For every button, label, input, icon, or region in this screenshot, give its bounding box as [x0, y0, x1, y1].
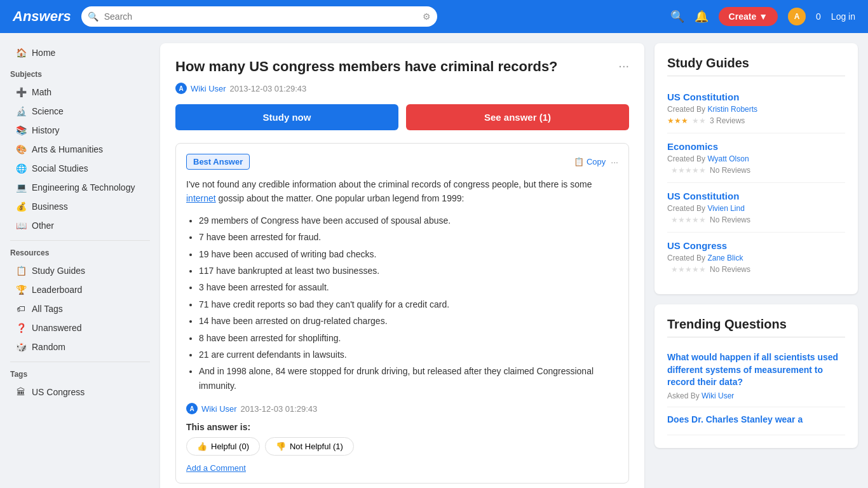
list-item: 21 are current defendants in lawsuits. [199, 348, 618, 362]
guide-creator: Created By Kristin Roberts [667, 105, 845, 114]
header-actions: 🔍 🔔 Create ▼ A 0 Log in [670, 7, 855, 26]
sidebar-item-social[interactable]: 🌐 Social Studies [10, 159, 150, 178]
list-item: 71 have credit reports so bad they can't… [199, 297, 618, 311]
sidebar-item-other[interactable]: 📖 Other [10, 216, 150, 235]
answers-avatar: A [175, 83, 187, 94]
main-layout: 🏠 Home Subjects ➕ Math 🔬 Science 📚 Histo… [0, 33, 868, 488]
add-comment-link[interactable]: Add a Comment [186, 463, 246, 473]
sidebar-item-engineering[interactable]: 💻 Engineering & Technology [10, 178, 150, 197]
us-congress-icon: 🏛 [15, 386, 27, 398]
more-options-icon[interactable]: ··· [618, 58, 629, 73]
sidebar-item-all-tags[interactable]: 🏷 All Tags [10, 299, 150, 318]
guide-title[interactable]: US Congress [667, 240, 845, 251]
tags-label: Tags [10, 370, 150, 379]
search-icon: 🔍 [88, 11, 98, 22]
trending-item: Does Dr. Charles Stanley wear a [667, 407, 845, 436]
trending-list: What would happen if all scientists used… [667, 345, 845, 435]
social-icon: 🌐 [15, 163, 27, 174]
math-icon: ➕ [15, 86, 27, 98]
thumbs-up-icon: 👍 [197, 442, 207, 451]
sidebar-item-us-congress[interactable]: 🏛 US Congress [10, 383, 150, 402]
sidebar-item-unanswered[interactable]: ❓ Unanswered [10, 318, 150, 337]
sidebar-divider [10, 240, 150, 241]
trending-card: Trending Questions What would happen if … [654, 304, 858, 448]
all-tags-icon: 🏷 [15, 303, 27, 315]
guide-item: US Constitution Created By Vivien Lind ★… [667, 183, 845, 233]
answer-header: Best Answer 📋 Copy ··· [186, 154, 618, 170]
list-item: 29 members of Congress have been accused… [199, 214, 618, 227]
list-item: 3 have been arrested for assault. [199, 280, 618, 294]
guide-rating: ★★★★★ No Reviews [667, 215, 845, 224]
action-buttons: Study now See answer (1) [175, 104, 629, 130]
sidebar-item-history[interactable]: 📚 History [10, 121, 150, 140]
unanswered-icon: ❓ [15, 322, 27, 334]
reviews-count: No Reviews [710, 215, 750, 224]
guide-author[interactable]: Wyatt Olson [707, 154, 749, 163]
this-answer-label: This answer is: [186, 422, 618, 432]
sidebar-item-home[interactable]: 🏠 Home [10, 43, 150, 62]
sidebar-item-study-guides[interactable]: 📋 Study Guides [10, 261, 150, 280]
search-input[interactable] [81, 6, 437, 27]
filled-stars: ★★★ [667, 116, 688, 125]
logo: Answers [13, 8, 71, 25]
empty-stars: ★★ [692, 116, 706, 125]
question-title: How many US congress members have crimin… [175, 58, 618, 75]
right-sidebar: Study Guides US Constitution Created By … [654, 43, 858, 488]
history-icon: 📚 [15, 125, 27, 136]
guide-title[interactable]: US Constitution [667, 92, 845, 102]
guide-item: Economics Created By Wyatt Olson ★★★★★ N… [667, 133, 845, 183]
study-guides-icon: 📋 [15, 265, 27, 276]
trending-question[interactable]: Does Dr. Charles Stanley wear a [667, 414, 845, 426]
notification-icon[interactable]: 🔔 [695, 10, 709, 24]
guide-title[interactable]: Economics [667, 141, 845, 152]
sidebar-item-science[interactable]: 🔬 Science [10, 102, 150, 121]
list-item: 14 have been arrested on drug-related ch… [199, 314, 618, 328]
not-helpful-button[interactable]: 👎 Not Helpful (1) [265, 437, 354, 456]
copy-button[interactable]: 📋 Copy [574, 157, 606, 166]
guide-author[interactable]: Zane Blick [707, 254, 743, 262]
list-item: 7 have been arrested for fraud. [199, 230, 618, 244]
answer-author[interactable]: Wiki User [201, 404, 237, 414]
answer-text-intro: I've not found any credible information … [186, 177, 618, 206]
sidebar-item-arts[interactable]: 🎨 Arts & Humanities [10, 140, 150, 159]
sidebar-item-math[interactable]: ➕ Math [10, 83, 150, 102]
header: Answers 🔍 ⚙ 🔍 🔔 Create ▼ A 0 Log in [0, 0, 868, 33]
helpful-button[interactable]: 👍 Helpful (0) [186, 437, 260, 456]
study-now-button[interactable]: Study now [175, 104, 398, 130]
answer-author-avatar: A [186, 403, 198, 414]
create-button[interactable]: Create ▼ [719, 7, 778, 26]
internet-link[interactable]: internet [186, 193, 216, 203]
study-guides-list: US Constitution Created By Kristin Rober… [667, 84, 845, 281]
guide-title[interactable]: US Constitution [667, 191, 845, 201]
guide-rating: ★★★★★ 3 Reviews [667, 116, 845, 125]
trending-author[interactable]: Wiki User [702, 391, 734, 400]
guide-author[interactable]: Vivien Lind [707, 204, 745, 213]
guide-author[interactable]: Kristin Roberts [707, 105, 757, 114]
header-search-icon[interactable]: 🔍 [670, 10, 684, 24]
resources-label: Resources [10, 248, 150, 257]
sidebar-item-random[interactable]: 🎲 Random [10, 337, 150, 356]
sidebar-item-leaderboard[interactable]: 🏆 Leaderboard [10, 280, 150, 299]
trending-question[interactable]: What would happen if all scientists used… [667, 351, 845, 389]
study-guides-card: Study Guides US Constitution Created By … [654, 43, 858, 294]
question-date: 2013-12-03 01:29:43 [230, 84, 307, 93]
guide-rating: ★★★★★ No Reviews [667, 265, 845, 274]
guide-creator: Created By Zane Blick [667, 254, 845, 262]
vote-buttons: 👍 Helpful (0) 👎 Not Helpful (1) [186, 437, 618, 456]
guide-item: US Constitution Created By Kristin Rober… [667, 84, 845, 133]
subjects-label: Subjects [10, 70, 150, 79]
thumbs-down-icon: 👎 [276, 442, 286, 451]
empty-stars: ★★★★★ [671, 166, 706, 175]
trending-title: Trending Questions [667, 317, 845, 337]
see-answer-button[interactable]: See answer (1) [406, 104, 629, 130]
reviews-count: No Reviews [710, 166, 750, 175]
question-author[interactable]: Wiki User [191, 84, 226, 93]
answer-more-icon[interactable]: ··· [611, 157, 618, 167]
login-button[interactable]: Log in [831, 11, 855, 22]
guide-rating: ★★★★★ No Reviews [667, 166, 845, 175]
business-icon: 💰 [15, 201, 27, 212]
filter-icon[interactable]: ⚙ [423, 11, 431, 22]
home-icon: 🏠 [15, 47, 27, 58]
sidebar-item-business[interactable]: 💰 Business [10, 197, 150, 216]
science-icon: 🔬 [15, 105, 27, 117]
